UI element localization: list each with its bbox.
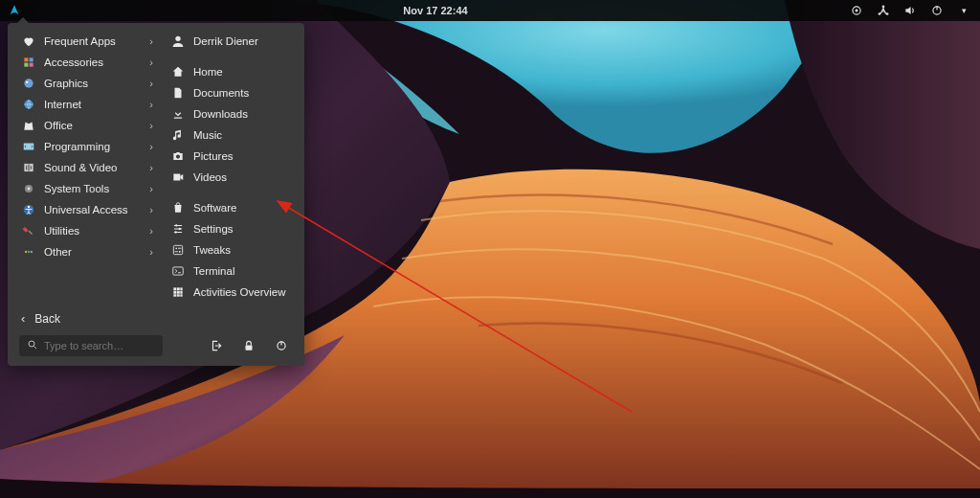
menu-category-sound-video[interactable]: Sound & Video › (11, 157, 161, 178)
menu-item-label: Documents (193, 87, 295, 99)
menu-item-label: Graphics (44, 78, 142, 89)
menu-item-label: Music (193, 129, 295, 141)
svg-rect-11 (30, 63, 33, 67)
power-icon[interactable] (930, 4, 944, 17)
menu-item-label: Videos (193, 171, 295, 183)
svg-rect-40 (180, 294, 182, 296)
chevron-down-icon[interactable]: ▾ (957, 4, 970, 17)
power-button-icon[interactable] (274, 338, 289, 353)
graphics-icon (21, 76, 36, 91)
activities-logo-icon[interactable] (8, 4, 21, 17)
menu-place-pictures[interactable]: Pictures (161, 146, 302, 167)
video-icon (170, 170, 186, 185)
chevron-right-icon: › (149, 204, 153, 215)
menu-item-label: Home (193, 66, 295, 78)
avatar-icon (170, 34, 186, 49)
tweak-icon (170, 242, 186, 258)
chevron-right-icon: › (149, 246, 153, 258)
menu-item-label: Terminal (193, 265, 295, 277)
svg-rect-8 (24, 57, 28, 61)
menu-category-system-tools[interactable]: System Tools › (11, 178, 161, 199)
menu-item-label: Pictures (193, 150, 295, 162)
menu-system-tweaks[interactable]: Tweaks (161, 239, 302, 260)
menu-category-internet[interactable]: Internet › (11, 94, 161, 115)
sliders-icon (170, 221, 186, 237)
menu-user[interactable]: Derrik Diener (161, 31, 302, 52)
lock-icon[interactable] (241, 338, 256, 353)
svg-rect-39 (177, 294, 180, 296)
menu-system-software[interactable]: Software (161, 197, 302, 218)
notification-icon[interactable] (850, 4, 863, 17)
svg-rect-10 (24, 63, 28, 67)
menu-category-programming[interactable]: Programming › (11, 136, 161, 157)
menu-places: Derrik Diener Home Documents Downloads M… (161, 31, 304, 303)
globe-icon (21, 97, 36, 112)
topbar-status-area[interactable]: ▾ (850, 4, 980, 17)
svg-point-17 (28, 188, 31, 191)
accessory-icon (21, 55, 36, 70)
svg-point-2 (856, 10, 858, 12)
shopping-bag-icon (170, 200, 186, 215)
menu-category-graphics[interactable]: Graphics › (11, 73, 161, 94)
chevron-right-icon: › (149, 225, 153, 237)
menu-back-button[interactable]: ‹ Back (19, 307, 295, 335)
menu-category-office[interactable]: Office › (11, 115, 161, 136)
menu-search[interactable] (19, 335, 163, 356)
menu-item-label: Settings (193, 223, 295, 235)
search-icon (27, 339, 38, 352)
svg-rect-38 (173, 294, 176, 296)
menu-category-frequent-apps[interactable]: Frequent Apps › (11, 31, 161, 52)
svg-point-19 (28, 206, 30, 208)
menu-place-videos[interactable]: Videos (161, 167, 302, 188)
menu-category-other[interactable]: Other › (11, 241, 161, 262)
svg-point-41 (29, 341, 34, 347)
menu-place-documents[interactable]: Documents (161, 82, 302, 103)
camera-icon (170, 148, 186, 164)
chevron-right-icon: › (149, 99, 153, 110)
menu-system-terminal[interactable]: Terminal (161, 260, 302, 282)
chevron-left-icon: ‹ (21, 311, 25, 326)
volume-icon[interactable] (903, 4, 917, 17)
application-menu: Frequent Apps › Accessories › Graphics ›… (8, 23, 304, 366)
svg-point-20 (25, 251, 27, 253)
svg-rect-35 (173, 291, 176, 294)
svg-rect-9 (30, 57, 33, 61)
menu-item-label: Accessories (44, 57, 142, 68)
svg-rect-32 (173, 287, 176, 290)
svg-point-30 (179, 251, 181, 253)
menu-place-home[interactable]: Home (161, 61, 302, 82)
grid-icon (170, 284, 186, 300)
menu-system-settings[interactable]: Settings (161, 218, 302, 239)
menu-category-accessories[interactable]: Accessories › (11, 52, 161, 73)
logout-icon[interactable] (209, 338, 224, 353)
search-input[interactable] (44, 340, 155, 351)
utilities-icon (21, 223, 36, 238)
svg-rect-28 (173, 245, 182, 254)
heart-icon (21, 34, 36, 49)
accessibility-icon (21, 202, 36, 217)
menu-item-label: Other (44, 246, 142, 258)
menu-item-label: Internet (44, 99, 142, 110)
menu-item-label: Utilities (44, 225, 142, 237)
svg-rect-31 (173, 267, 184, 275)
topbar-clock[interactable]: Nov 17 22:44 (21, 5, 850, 16)
network-icon[interactable] (877, 4, 890, 17)
back-label: Back (34, 312, 60, 326)
svg-rect-44 (280, 341, 281, 345)
menu-place-downloads[interactable]: Downloads (161, 103, 302, 124)
chevron-right-icon: › (149, 120, 153, 131)
svg-rect-34 (180, 287, 182, 290)
menu-category-universal-access[interactable]: Universal Access › (11, 199, 161, 220)
other-icon (21, 244, 36, 260)
menu-category-utilities[interactable]: Utilities › (11, 220, 161, 241)
menu-place-music[interactable]: Music (161, 124, 302, 146)
home-icon (170, 64, 186, 79)
svg-rect-36 (177, 291, 180, 294)
svg-point-12 (24, 79, 33, 87)
menu-item-label: Software (193, 202, 295, 214)
chevron-right-icon: › (149, 162, 153, 173)
menu-item-label: Programming (44, 141, 142, 152)
chevron-right-icon: › (149, 78, 153, 89)
chevron-right-icon: › (149, 141, 153, 152)
chevron-right-icon: › (149, 183, 153, 194)
